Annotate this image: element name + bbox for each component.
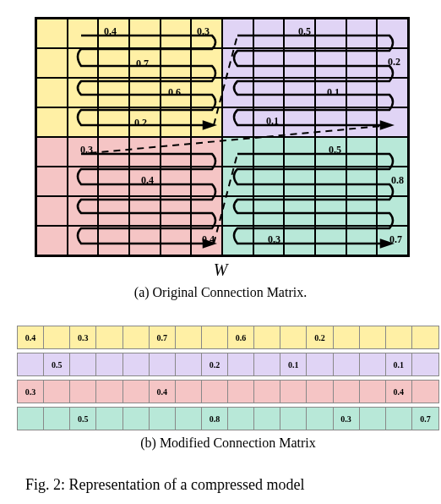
array-cell (412, 326, 438, 348)
matrix-cell (253, 48, 285, 78)
matrix-cell (253, 226, 285, 255)
array-cell (176, 353, 202, 375)
matrix-cell (36, 78, 68, 107)
w-label: W (35, 260, 406, 280)
matrix-cell (346, 196, 378, 226)
modified-connection-matrix: 0.40.30.70.60.20.50.20.10.10.30.40.40.50… (17, 326, 439, 451)
matrix-cell (129, 19, 161, 48)
matrix-cell (222, 226, 253, 255)
array-cell (386, 408, 412, 430)
array-cell: 0.4 (150, 381, 176, 403)
array-cell: 0.1 (386, 353, 412, 375)
array-cell (18, 353, 44, 375)
array-cell (254, 326, 280, 348)
matrix-cell (129, 167, 161, 196)
array-cell (18, 408, 44, 430)
array-row: 0.30.40.4 (17, 380, 439, 403)
array-cell (412, 381, 438, 403)
matrix-cell (315, 137, 346, 167)
matrix-cell (284, 19, 315, 48)
array-cell (360, 381, 386, 403)
matrix-cell (346, 167, 378, 196)
matrix-cell (98, 167, 129, 196)
matrix-cell (222, 196, 253, 226)
matrix-cell (253, 137, 285, 167)
caption-b: (b) Modified Connection Matrix (17, 436, 439, 451)
matrix-cell (377, 48, 408, 78)
matrix-cell (346, 19, 378, 48)
matrix-cell (315, 226, 346, 255)
matrix-cell (191, 137, 222, 167)
array-cell (176, 408, 202, 430)
array-cell (123, 381, 150, 403)
matrix-cell (346, 226, 378, 255)
matrix-cell (36, 167, 68, 196)
array-cell: 0.5 (44, 353, 70, 375)
array-cell (360, 326, 386, 348)
array-cell: 0.3 (18, 381, 44, 403)
matrix-cell (315, 19, 346, 48)
matrix-cell (36, 226, 68, 255)
matrix-cell (68, 226, 99, 255)
array-cell (96, 326, 122, 348)
array-cell: 0.4 (18, 326, 44, 348)
array-cell: 0.2 (202, 353, 228, 375)
array-cell (96, 353, 122, 375)
matrix-cell (161, 226, 192, 255)
array-cell: 0.2 (307, 326, 333, 348)
array-cell: 0.5 (70, 408, 96, 430)
array-cell (96, 408, 122, 430)
matrix-cell (36, 137, 68, 167)
matrix-cell (377, 226, 408, 255)
array-cell: 0.1 (280, 353, 307, 375)
matrix-cell (222, 137, 253, 167)
caption-a: (a) Original Connection Matrix. (35, 285, 406, 300)
matrix-cell (161, 48, 192, 78)
matrix-cell (161, 78, 192, 107)
array-row: 0.40.30.70.60.2 (17, 326, 439, 349)
matrix-cell (191, 196, 222, 226)
matrix-cell (377, 167, 408, 196)
array-cell (386, 326, 412, 348)
matrix-cell (36, 196, 68, 226)
matrix-cell (161, 107, 192, 137)
array-cell (228, 408, 254, 430)
matrix-cell (161, 19, 192, 48)
matrix-cell (68, 19, 99, 48)
matrix-cell (284, 226, 315, 255)
matrix-cell (253, 78, 285, 107)
array-cell (228, 353, 254, 375)
matrix-cell (315, 48, 346, 78)
matrix-cell (253, 19, 285, 48)
array-cell (123, 408, 150, 430)
matrix-cell (161, 167, 192, 196)
original-connection-matrix: 0.40.30.70.60.20.50.20.10.10.30.40.40.50… (35, 17, 406, 300)
array-cell (360, 353, 386, 375)
array-cell (44, 381, 70, 403)
matrix-cell (315, 107, 346, 137)
array-cell (123, 326, 150, 348)
matrix-cell (161, 196, 192, 226)
matrix-cell (284, 137, 315, 167)
matrix-cell (68, 107, 99, 137)
array-cell (307, 408, 333, 430)
array-cell (96, 381, 122, 403)
matrix-cell (284, 78, 315, 107)
array-cell (334, 381, 360, 403)
matrix-cell (315, 167, 346, 196)
matrix-cell (191, 19, 222, 48)
matrix-cell (36, 19, 68, 48)
matrix-cell (129, 196, 161, 226)
matrix-cell (377, 19, 408, 48)
array-cell (150, 353, 176, 375)
array-cell: 0.6 (228, 326, 254, 348)
array-cell (44, 408, 70, 430)
array-cell (254, 353, 280, 375)
matrix-cell (284, 48, 315, 78)
array-cell: 0.3 (70, 326, 96, 348)
matrix-cell (253, 107, 285, 137)
matrix-cell (68, 137, 99, 167)
matrix-cell (36, 48, 68, 78)
matrix-cell (315, 196, 346, 226)
matrix-cell (346, 78, 378, 107)
